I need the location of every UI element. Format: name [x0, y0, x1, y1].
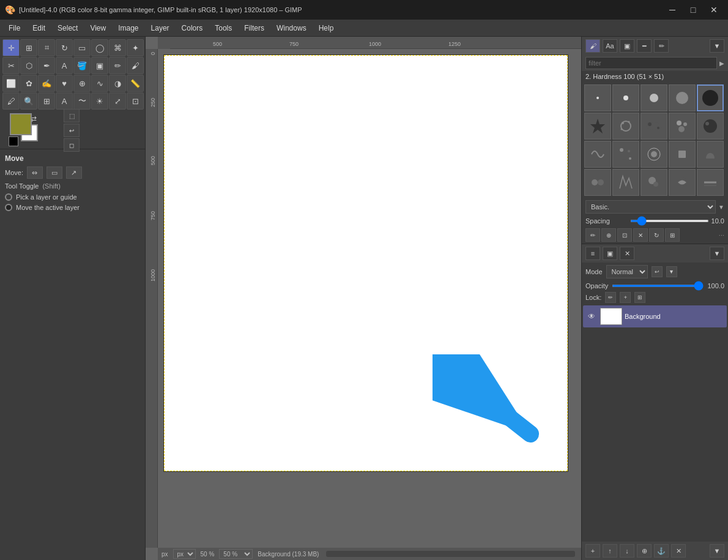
brush-cell-17[interactable]: [612, 169, 639, 196]
menu-image[interactable]: Image: [112, 21, 144, 35]
heal-btn[interactable]: ♥: [56, 75, 73, 92]
opacity-slider[interactable]: [612, 285, 704, 287]
brush-cell-11[interactable]: [584, 141, 611, 168]
menu-help[interactable]: Help: [313, 21, 340, 35]
reset-colors[interactable]: [9, 136, 18, 146]
unit-select[interactable]: px: [173, 549, 196, 559]
lock-all-btn[interactable]: ⊞: [634, 292, 645, 303]
menu-layer[interactable]: Layer: [145, 21, 176, 35]
brushes-tab[interactable]: 🖌: [585, 39, 600, 53]
blend-btn[interactable]: ▣: [91, 57, 108, 74]
close-button[interactable]: ✕: [705, 3, 723, 17]
reset-mode-btn[interactable]: ↩: [652, 266, 663, 277]
undo-btn[interactable]: ↩: [64, 124, 80, 137]
text-btn2[interactable]: A: [56, 92, 73, 110]
color-picker-btn[interactable]: 🖊: [2, 92, 20, 110]
paths-tab[interactable]: ✕: [620, 247, 634, 260]
fg-select-btn[interactable]: ⬡: [20, 57, 37, 74]
text-btn[interactable]: A: [56, 57, 73, 74]
dynamics-tab[interactable]: ✏: [654, 39, 669, 53]
bucket-fill-btn[interactable]: 🪣: [73, 57, 91, 74]
brush-cell-16[interactable]: [584, 169, 611, 196]
airbrush-btn[interactable]: ✿: [20, 75, 37, 92]
lower-layer-action[interactable]: ↓: [620, 544, 634, 558]
scissors-btn[interactable]: ✂: [2, 57, 20, 74]
ink-btn[interactable]: ✍: [38, 75, 55, 92]
dodge-btn[interactable]: ◑: [109, 75, 126, 92]
brush-type-select[interactable]: Basic. Bristle Calligraphic: [585, 200, 716, 214]
canvas-area[interactable]: [158, 49, 581, 548]
paint-btn[interactable]: 🖌: [127, 57, 144, 74]
brush-cell-19[interactable]: [669, 169, 696, 196]
brush-cell-15[interactable]: [697, 141, 724, 168]
merge-mode-btn[interactable]: ▼: [666, 266, 677, 277]
rect-select-btn[interactable]: ▭: [73, 39, 91, 56]
zoom-btn[interactable]: 🔍: [20, 92, 37, 110]
eraser-btn[interactable]: ⬜: [2, 75, 20, 92]
brush-cell-4[interactable]: [669, 84, 696, 111]
horizontal-scrollbar[interactable]: [326, 551, 575, 557]
move-btn-1[interactable]: ⇔: [27, 166, 43, 179]
edit-brush-btn[interactable]: ✏: [585, 228, 600, 242]
blend-mode-select[interactable]: Normal Multiply Screen: [606, 265, 648, 278]
delete-layer-action[interactable]: ✕: [671, 544, 686, 558]
brush-cell-10[interactable]: [697, 113, 724, 140]
options-btn2[interactable]: ⊡: [127, 92, 144, 110]
add-brush-btn[interactable]: ⊞: [665, 228, 680, 242]
active-layer-btn[interactable]: ⬚: [64, 109, 80, 122]
menu-tools[interactable]: Tools: [209, 21, 238, 35]
layer-row-background[interactable]: 👁 Background: [583, 305, 727, 327]
clone-btn[interactable]: ⊕: [73, 75, 91, 92]
fuzzy-select-btn[interactable]: ✦: [127, 39, 144, 56]
menu-file[interactable]: File: [2, 21, 26, 35]
layers-tab[interactable]: ≡: [585, 247, 600, 260]
brush-cell-20[interactable]: [697, 169, 724, 196]
menu-edit[interactable]: Edit: [26, 21, 51, 35]
foreground-color[interactable]: [10, 113, 32, 135]
redo-btn[interactable]: ◻: [64, 138, 80, 152]
brush-cell-12[interactable]: [612, 141, 639, 168]
brush-cell-13[interactable]: [641, 141, 667, 168]
refresh-brush-btn[interactable]: ↻: [649, 228, 664, 242]
menu-windows[interactable]: Windows: [270, 21, 313, 35]
new-layer-action[interactable]: +: [585, 544, 600, 558]
brush-filter-input[interactable]: [585, 57, 717, 69]
lasso-btn[interactable]: ⌘: [109, 39, 126, 56]
brush-cell-8[interactable]: [641, 113, 667, 140]
duplicate-brush-btn[interactable]: ⊕: [601, 228, 616, 242]
gradients-tab[interactable]: ▣: [620, 39, 634, 53]
layer-panel-menu[interactable]: ▼: [710, 544, 724, 558]
brush-cell-18[interactable]: [641, 169, 667, 196]
duplicate-layer-action[interactable]: ⊕: [637, 544, 652, 558]
smudge-btn[interactable]: ∿: [91, 75, 108, 92]
lock-alpha-btn[interactable]: ✏: [605, 292, 616, 303]
brush-cell-1[interactable]: [584, 84, 611, 111]
path-btn[interactable]: ✒: [38, 57, 55, 74]
panel-options-btn[interactable]: ▼: [710, 39, 724, 53]
move-tool-btn[interactable]: ✛: [2, 39, 20, 56]
menu-filters[interactable]: Filters: [238, 21, 270, 35]
palettes-tab[interactable]: ━: [637, 39, 652, 53]
layer-visibility-toggle[interactable]: 👁: [585, 310, 598, 323]
lock-position-btn[interactable]: +: [620, 292, 631, 303]
transform-btn2[interactable]: ⤢: [109, 92, 126, 110]
menu-select[interactable]: Select: [51, 21, 84, 35]
align-tool-btn[interactable]: ⊞: [20, 39, 37, 56]
filter-arrow[interactable]: ▶: [719, 60, 724, 67]
raise-layer-action[interactable]: ↑: [603, 544, 617, 558]
radio-pick-layer[interactable]: [5, 193, 12, 201]
brush-cell-14[interactable]: [669, 141, 696, 168]
move-btn-2[interactable]: ▭: [46, 166, 62, 179]
ellipse-select-btn[interactable]: ◯: [91, 39, 108, 56]
move-btn-3[interactable]: ↗: [66, 166, 82, 179]
anchor-layer-action[interactable]: ⚓: [654, 544, 669, 558]
crop-tool-btn[interactable]: ⌗: [38, 39, 55, 56]
patterns-tab[interactable]: Aa: [603, 39, 617, 53]
brush-cell-6[interactable]: [584, 113, 611, 140]
pencil-btn[interactable]: ✏: [109, 57, 126, 74]
layers-panel-options[interactable]: ▼: [710, 247, 724, 260]
copy-brush-btn[interactable]: ⊡: [617, 228, 632, 242]
new-layer-btn2[interactable]: ⊞: [38, 92, 55, 110]
maximize-button[interactable]: □: [684, 3, 702, 17]
brush-cell-5[interactable]: [697, 84, 724, 111]
